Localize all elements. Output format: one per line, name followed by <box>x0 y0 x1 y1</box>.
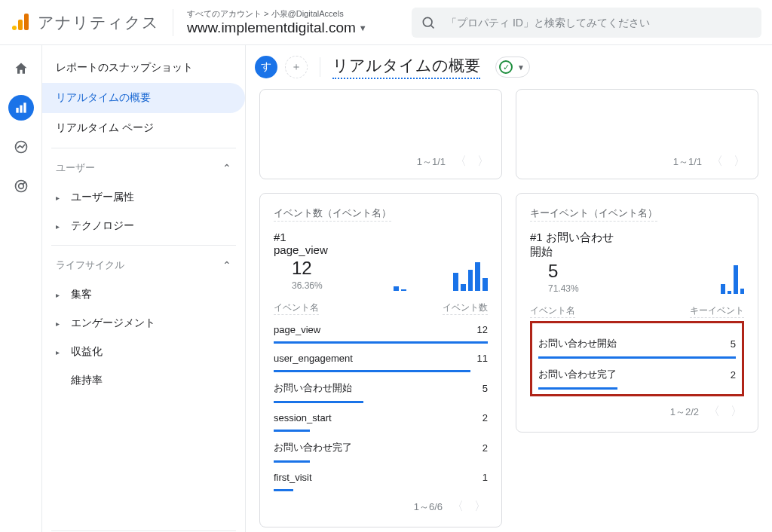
divider <box>51 245 236 246</box>
prev-page-button[interactable]: 〈 <box>450 499 465 515</box>
caret-right-icon: ▸ <box>56 291 63 299</box>
metric-top-name: page_view <box>274 243 328 256</box>
divider <box>51 530 236 531</box>
divider <box>173 9 173 36</box>
next-page-button[interactable]: 〉 <box>476 154 491 170</box>
row-count: 1 <box>482 472 488 483</box>
table-row[interactable]: user_engagement11 <box>274 344 488 367</box>
main-content: す ＋ リアルタイムの概要 ✓ ▼ 1～1/1 〈 〉 イベ <box>246 45 772 532</box>
keyevents-sparkline <box>619 264 744 294</box>
property-domain: www.implementdigital.com <box>187 20 356 36</box>
svg-point-0 <box>423 17 432 26</box>
search-icon <box>421 15 436 30</box>
pager: 1～6/6 〈 〉 <box>274 499 488 515</box>
metric-value: 5 <box>530 261 619 282</box>
caret-right-icon: ▸ <box>56 194 63 202</box>
card-title[interactable]: キーイベント（イベント名） <box>530 206 657 222</box>
caret-right-icon: ▸ <box>56 348 63 356</box>
pager: 1～1/1 〈 〉 <box>673 154 747 170</box>
check-circle-icon: ✓ <box>499 60 513 74</box>
svg-line-8 <box>23 182 26 185</box>
nav-retention[interactable]: ▸維持率 <box>42 366 245 395</box>
product-name: アナリティクス <box>38 12 159 33</box>
chevron-up-icon: ⌃ <box>222 162 231 174</box>
row-name: user_engagement <box>274 353 353 364</box>
card-top-right: 1～1/1 〈 〉 <box>516 89 758 179</box>
search-bar[interactable] <box>412 8 761 38</box>
next-page-button[interactable]: 〉 <box>473 499 488 515</box>
table-row[interactable]: session_start2 <box>274 403 488 427</box>
divider <box>320 57 320 77</box>
next-page-button[interactable]: 〉 <box>732 154 747 170</box>
search-input[interactable] <box>445 16 752 29</box>
pager-text: 1～1/1 <box>417 155 446 169</box>
nav-technology[interactable]: ▸テクノロジー <box>42 212 245 240</box>
row-count: 2 <box>482 442 488 454</box>
pager: 1～2/2 〈 〉 <box>530 404 744 420</box>
section-user-label: ユーザー <box>56 161 95 175</box>
rail-explore[interactable] <box>8 134 34 160</box>
nav-realtime-overview[interactable]: リアルタイムの概要 <box>42 83 245 113</box>
nav-engagement[interactable]: ▸エンゲージメント <box>42 309 245 338</box>
col-count: イベント数 <box>443 301 488 315</box>
svg-line-1 <box>431 25 434 28</box>
row-count: 12 <box>477 324 488 335</box>
svg-rect-3 <box>20 105 22 113</box>
nav-user-attributes[interactable]: ▸ユーザー属性 <box>42 183 245 212</box>
section-lifecycle-label: ライフサイクル <box>56 258 124 272</box>
col-name: イベント名 <box>530 304 575 318</box>
table-row[interactable]: page_view12 <box>274 315 488 338</box>
nav-report-snapshot[interactable]: レポートのスナップショット <box>42 53 245 83</box>
table-row[interactable]: お問い合わせ開始5 <box>274 372 488 398</box>
prev-page-button[interactable]: 〈 <box>709 154 725 170</box>
row-count: 5 <box>482 383 488 394</box>
side-panel: レポートのスナップショット リアルタイムの概要 リアルタイム ページ ユーザー … <box>42 45 246 532</box>
product-logo[interactable]: アナリティクス <box>11 12 159 33</box>
pager-text: 1～1/1 <box>673 155 702 169</box>
section-lifecycle[interactable]: ライフサイクル ⌃ <box>42 250 245 280</box>
caret-right-icon: ▸ <box>56 320 63 328</box>
next-page-button[interactable]: 〉 <box>729 404 744 420</box>
nav-rail <box>0 45 42 532</box>
table-row[interactable]: お問い合わせ開始5 <box>538 328 736 353</box>
section-user[interactable]: ユーザー ⌃ <box>42 153 245 183</box>
table-row[interactable]: お問い合わせ完了2 <box>274 432 488 457</box>
chevron-down-icon: ▼ <box>359 23 367 32</box>
segment-chip-all[interactable]: す <box>255 56 277 78</box>
rail-reports[interactable] <box>8 95 34 121</box>
prev-page-button[interactable]: 〈 <box>706 404 721 420</box>
pager-text: 1～2/2 <box>670 405 699 419</box>
prev-page-button[interactable]: 〈 <box>453 154 468 170</box>
card-title[interactable]: イベント数（イベント名） <box>274 206 391 222</box>
chevron-up-icon: ⌃ <box>222 259 231 271</box>
status-picker[interactable]: ✓ ▼ <box>495 57 530 78</box>
svg-rect-4 <box>23 102 26 112</box>
row-name: first_visit <box>274 472 312 483</box>
card-event-count: イベント数（イベント名） #1 page_view 12 36.36% イベント… <box>259 193 502 527</box>
nav-sub-label: エンゲージメント <box>71 316 155 330</box>
svg-rect-2 <box>16 108 18 113</box>
nav-acquisition[interactable]: ▸集客 <box>42 280 245 309</box>
row-bar <box>274 489 293 491</box>
nav-sub-label: ユーザー属性 <box>71 191 134 204</box>
rail-advertising[interactable] <box>8 173 34 199</box>
page-title[interactable]: リアルタイムの概要 <box>332 55 480 79</box>
metric-value: 12 <box>274 258 342 279</box>
nav-monetization[interactable]: ▸収益化 <box>42 338 245 366</box>
add-segment-button[interactable]: ＋ <box>285 56 308 78</box>
rail-home[interactable] <box>8 56 34 81</box>
metric-top-name: お問い合わせ開始 <box>530 231 614 258</box>
row-count: 2 <box>731 369 736 381</box>
pager: 1～1/1 〈 〉 <box>417 154 491 170</box>
property-picker[interactable]: すべてのアカウント > 小泉@DigitalAccels www.impleme… <box>187 8 398 36</box>
row-count: 11 <box>477 353 488 364</box>
row-name: お問い合わせ開始 <box>538 337 617 350</box>
nav-realtime-pages[interactable]: リアルタイム ページ <box>42 113 245 143</box>
table-row[interactable]: お問い合わせ完了2 <box>538 359 736 384</box>
chip-bar: す ＋ リアルタイムの概要 ✓ ▼ <box>246 45 772 89</box>
account-breadcrumb: すべてのアカウント > 小泉@DigitalAccels <box>187 8 398 20</box>
row-name: session_start <box>274 412 332 423</box>
nav-sub-label: テクノロジー <box>71 219 134 233</box>
metric-rank: #1 <box>530 231 543 243</box>
table-row[interactable]: first_visit1 <box>274 463 488 486</box>
